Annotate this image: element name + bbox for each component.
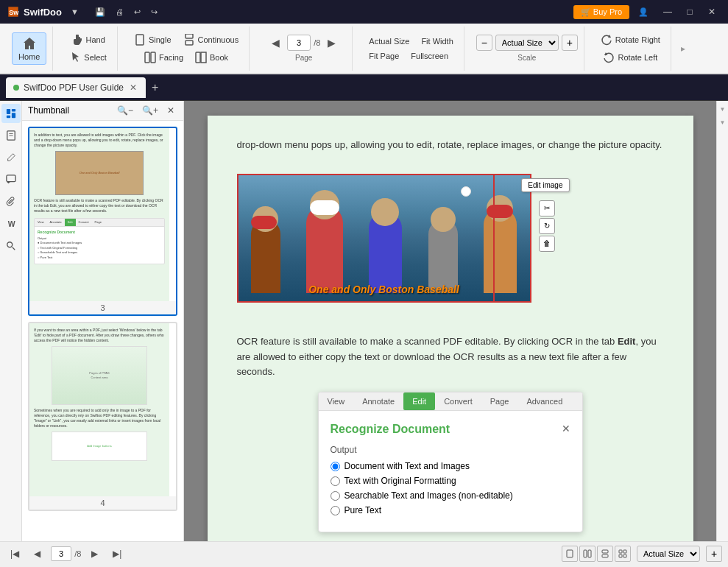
tool-group: Hand Select — [59, 27, 118, 71]
status-view-single[interactable] — [562, 546, 578, 562]
page-total: /8 — [314, 38, 320, 47]
status-view-double[interactable] — [579, 546, 596, 562]
status-view-continuous[interactable] — [597, 546, 613, 562]
print-btn[interactable]: 🖨 — [111, 6, 128, 18]
thumbnail-list: In addition to text, you are allowed to … — [22, 121, 183, 541]
left-tool-home[interactable] — [1, 104, 21, 123]
thumbnail-zoom-in-btn[interactable]: 🔍+ — [139, 104, 161, 117]
thumb-page-3-label: 3 — [29, 301, 176, 314]
ocr-option-1[interactable]: Document with Text and Images — [331, 461, 570, 471]
rotate-right-btn[interactable]: Rotate Right — [596, 32, 665, 48]
svg-rect-6 — [151, 52, 155, 63]
ocr-close-btn[interactable]: ✕ — [562, 423, 570, 434]
new-tab-btn[interactable]: + — [147, 80, 163, 96]
left-tool-attachment[interactable] — [1, 192, 21, 211]
ocr-radio-3[interactable] — [331, 491, 340, 501]
svg-rect-2 — [136, 35, 144, 45]
window-controls: — □ ✕ — [657, 4, 722, 19]
buy-pro-button[interactable]: 🛒 Buy Pro — [573, 5, 629, 19]
facing-view-btn[interactable]: Facing — [140, 49, 188, 66]
doc-tab[interactable]: SwifDoo PDF User Guide ✕ — [6, 77, 146, 98]
zoom-out-btn[interactable]: − — [476, 35, 492, 51]
status-prev-page-btn[interactable]: ◀ — [29, 547, 45, 560]
ribbon-content: Home Hand Select Sin — [0, 24, 728, 74]
edit-image-badge[interactable]: Edit image — [521, 178, 569, 192]
single-view-btn[interactable]: Single — [130, 32, 176, 48]
prev-page-btn[interactable]: ◀ — [267, 35, 284, 50]
ocr-dialog-body: Recognize Document ✕ Output Document wit… — [319, 411, 582, 532]
thumbnail-close-btn[interactable]: ✕ — [164, 104, 177, 117]
hand-tool-btn[interactable]: Hand — [66, 32, 109, 48]
left-tool-edit[interactable] — [1, 148, 21, 167]
ocr-nav-edit[interactable]: Edit — [403, 392, 435, 410]
ocr-option-4[interactable]: Pure Text — [331, 505, 570, 515]
ocr-radio-4[interactable] — [331, 506, 340, 515]
svg-rect-8 — [201, 52, 206, 63]
undo-btn[interactable]: ↩ — [130, 6, 145, 18]
rotate-tool-btn[interactable]: ↻ — [539, 218, 555, 234]
next-page-btn[interactable]: ▶ — [323, 35, 340, 50]
maximize-btn[interactable]: □ — [679, 4, 700, 19]
status-zoom-in-btn[interactable]: + — [706, 546, 722, 562]
left-tool-pages[interactable] — [1, 126, 21, 145]
fit-width-btn[interactable]: Fit Width — [417, 35, 457, 48]
right-panel: ▼ ▼ — [716, 101, 728, 541]
title-bar-dropdown[interactable]: ▼ — [66, 6, 83, 18]
minimize-btn[interactable]: — — [657, 4, 678, 19]
right-panel-btn-2[interactable]: ▼ — [718, 117, 728, 127]
ocr-radio-1[interactable] — [331, 462, 340, 471]
close-btn[interactable]: ✕ — [702, 4, 722, 19]
right-panel-btn-1[interactable]: ▼ — [718, 104, 728, 114]
home-btn[interactable]: Home — [12, 32, 46, 65]
ribbon: Home Hand Select Sin — [0, 24, 728, 74]
zoom-in-btn[interactable]: + — [562, 35, 578, 51]
fit-page-btn[interactable]: Fit Page — [364, 49, 403, 63]
continuous-view-btn[interactable]: Continuous — [179, 32, 244, 48]
svg-rect-26 — [623, 550, 626, 553]
status-view-grid[interactable] — [615, 546, 631, 562]
ribbon-expand-btn[interactable]: ▸ — [677, 43, 689, 54]
thumbnail-zoom-out-btn[interactable]: 🔍− — [114, 104, 136, 117]
scale-select[interactable]: Actual Size 50% 75% 100% 125% 150% — [495, 35, 559, 51]
status-next-page-btn[interactable]: ▶ — [87, 547, 102, 560]
ocr-nav-page[interactable]: Page — [481, 392, 518, 410]
save-btn[interactable]: 💾 — [91, 6, 110, 18]
thumbnail-page-4[interactable]: If you want to draw an area within a PDF… — [28, 322, 177, 511]
redo-btn[interactable]: ↪ — [146, 6, 162, 18]
book-view-btn[interactable]: Book — [191, 49, 233, 66]
left-tool-search[interactable] — [1, 236, 21, 256]
svg-rect-25 — [619, 550, 622, 553]
left-tool-comment[interactable] — [1, 170, 21, 189]
actual-size-btn[interactable]: Actual Size — [364, 35, 414, 48]
account-btn[interactable]: 👤 — [634, 6, 653, 18]
status-page-input[interactable] — [51, 546, 71, 561]
ocr-option-2[interactable]: Text with Original Formatting — [331, 476, 570, 486]
ocr-nav-convert[interactable]: Convert — [435, 392, 481, 410]
status-last-page-btn[interactable]: ▶| — [108, 547, 126, 560]
tab-close-btn[interactable]: ✕ — [128, 82, 138, 93]
select-tool-btn[interactable]: Select — [65, 49, 111, 66]
pdf-page: drop-down menu pops up, allowing you to … — [208, 116, 693, 541]
title-bar: Sw SwifDoo ▼ 💾 🖨 ↩ ↪ 🛒 Buy Pro 👤 — □ ✕ — [0, 0, 728, 24]
view-mode-group: Single Continuous Facing Book — [124, 27, 250, 71]
svg-text:Sw: Sw — [9, 9, 19, 16]
ocr-radio-2[interactable] — [331, 476, 340, 486]
left-tool-text[interactable]: W — [1, 214, 21, 233]
thumbnail-page-3[interactable]: In addition to text, you are allowed to … — [28, 127, 177, 316]
status-scale-select[interactable]: Actual Size 75% 100% 125% 150% — [637, 546, 700, 562]
home-group: Home — [6, 27, 53, 71]
page-number-input[interactable] — [287, 35, 311, 51]
fullscreen-btn[interactable]: Fullscreen — [406, 49, 453, 63]
ocr-nav-annotate[interactable]: Annotate — [353, 392, 403, 410]
ocr-option-3[interactable]: Searchable Text and Images (non-editable… — [331, 490, 570, 501]
rotate-left-btn[interactable]: Rotate Left — [598, 49, 662, 66]
ocr-nav-view[interactable]: View — [319, 392, 354, 410]
svg-point-18 — [7, 242, 12, 247]
thumbnail-header: Thumbnail 🔍− 🔍+ ✕ — [22, 101, 183, 121]
delete-tool-btn[interactable]: 🗑 — [539, 236, 555, 252]
pdf-content-area[interactable]: drop-down menu pops up, allowing you to … — [184, 101, 716, 541]
svg-rect-22 — [588, 550, 591, 557]
status-first-page-btn[interactable]: |◀ — [6, 547, 24, 560]
ocr-nav-advanced[interactable]: Advanced — [517, 392, 571, 410]
crop-tool-btn[interactable]: ✂ — [539, 200, 555, 216]
